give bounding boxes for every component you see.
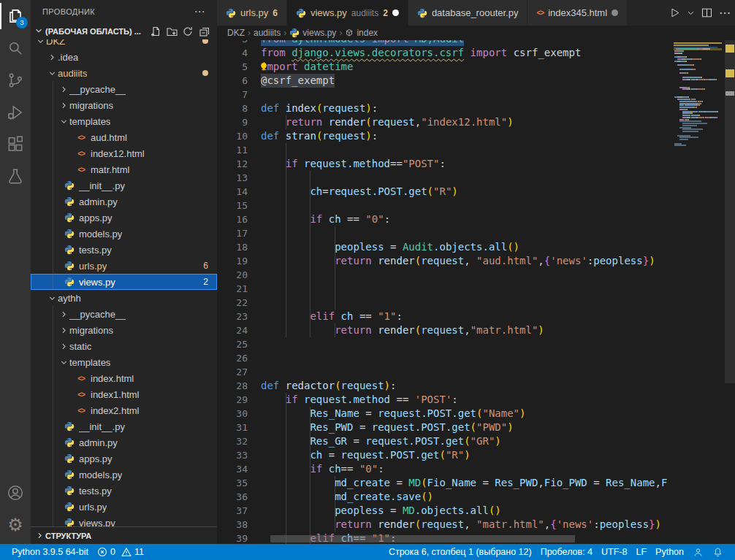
problems-status[interactable]: 0 11 (93, 544, 148, 560)
code-line-25[interactable]: 25 (217, 337, 735, 351)
tree-item-audiiits[interactable]: audiiits (31, 65, 217, 81)
code-line-36[interactable]: 36 md_create.save() (217, 490, 735, 504)
code-line-23[interactable]: 23 elif ch == "1": (217, 310, 735, 323)
outline-section-header[interactable]: СТРУКТУРА (31, 526, 217, 544)
code-line-31[interactable]: 31 Res_PWD = request.POST.get("PWD") (217, 421, 735, 434)
code-line-7[interactable]: 7 (217, 88, 735, 101)
code-line-35[interactable]: 35 md_create = MD(Fio_Name = Res_PWD,Fio… (217, 476, 735, 490)
code-line-11[interactable]: 11 (217, 143, 735, 157)
line-number[interactable]: 28 (217, 379, 248, 393)
tree-item-__init__.py[interactable]: __init__.py (31, 177, 217, 193)
code-line-20[interactable]: 20 (217, 268, 735, 282)
code-line-8[interactable]: 8def index(request): (217, 101, 735, 115)
code-line-6[interactable]: 6@csrf_exempt (217, 74, 735, 88)
line-number[interactable]: 20 (217, 268, 248, 282)
line-number[interactable]: 8 (217, 101, 248, 115)
run-file-icon[interactable] (669, 7, 681, 19)
code-line-9[interactable]: 9 return render(request,"index12.html") (217, 115, 735, 129)
line-number[interactable]: 4 (217, 46, 248, 60)
extensions-icon[interactable] (0, 129, 31, 161)
new-file-icon[interactable] (150, 26, 161, 37)
indentation-status[interactable]: Пробелов: 4 (536, 544, 597, 560)
line-number[interactable]: 19 (217, 254, 248, 268)
tree-item-__pycache__[interactable]: __pycache__ (31, 81, 217, 97)
tree-item-DKZ[interactable]: DKZ (31, 39, 217, 49)
tree-item-tests.py[interactable]: tests.py (31, 483, 217, 499)
line-number[interactable]: 37 (217, 504, 248, 518)
tab-urls.py[interactable]: urls.py6 (217, 0, 287, 26)
tree-item-views.py[interactable]: views.py (31, 515, 217, 526)
code-line-26[interactable]: 26 (217, 351, 735, 365)
tab-database_roouter.py[interactable]: database_roouter.py (408, 0, 528, 26)
code-line-30[interactable]: 30 Res_Name = request.POST.get("Name") (217, 407, 735, 421)
line-number[interactable]: 33 (217, 448, 248, 462)
tree-item-aud.html[interactable]: <>aud.html (31, 129, 217, 145)
feedback-icon[interactable] (688, 544, 708, 560)
code-line-34[interactable]: 34 if ch== "0": (217, 462, 735, 476)
horizontal-scrollbar[interactable] (270, 535, 575, 542)
code-line-24[interactable]: 24 return render(request,"matr.html") (217, 323, 735, 337)
tree-item-index2.html[interactable]: <>index2.html (31, 402, 217, 418)
code-line-27[interactable]: 27 (217, 365, 735, 379)
line-number[interactable]: 23 (217, 310, 248, 323)
code-line-12[interactable]: 12 if request.method=="POST": (217, 157, 735, 171)
tree-item-urls.py[interactable]: urls.py6 (31, 258, 217, 274)
tree-item-templates[interactable]: templates (31, 354, 217, 370)
code-line-13[interactable]: 13 (217, 171, 735, 185)
source-control-icon[interactable] (0, 64, 31, 96)
line-number[interactable]: 31 (217, 421, 248, 434)
code-line-33[interactable]: 33 ch = request.POST.get("R") (217, 448, 735, 462)
line-number[interactable]: 14 (217, 185, 248, 199)
tree-item-templates[interactable]: templates (31, 113, 217, 129)
line-number[interactable]: 32 (217, 434, 248, 448)
line-number[interactable]: 6 (217, 74, 248, 88)
tab-index345.html[interactable]: <>index345.html (528, 0, 628, 26)
line-number[interactable]: 3 (217, 40, 248, 46)
tree-item-__pycache__[interactable]: __pycache__ (31, 306, 217, 322)
split-editor-icon[interactable] (701, 7, 713, 19)
line-number[interactable]: 34 (217, 462, 248, 476)
editor-more-actions-icon[interactable]: ⋯ (719, 6, 731, 20)
line-number[interactable]: 36 (217, 490, 248, 504)
lightbulb-icon[interactable] (259, 61, 269, 75)
tree-item-apps.py[interactable]: apps.py (31, 210, 217, 226)
scrollbar-overview-ruler[interactable] (725, 40, 735, 544)
workspace-section-header[interactable]: (РАБОЧАЯ ОБЛАСТЬ) ... (31, 23, 217, 39)
code-line-14[interactable]: 14 ch=request.POST.get("R") (217, 185, 735, 199)
python-interpreter-status[interactable]: Python 3.9.5 64-bit (7, 544, 93, 560)
search-icon[interactable] (0, 32, 31, 64)
code-line-3[interactable]: 3from aythh.models import MD,Audit (217, 40, 735, 46)
line-number[interactable]: 11 (217, 143, 248, 157)
explorer-more-icon[interactable]: ⋯ (194, 5, 205, 18)
code-line-22[interactable]: 22 (217, 296, 735, 310)
line-number[interactable]: 10 (217, 129, 248, 143)
code-line-16[interactable]: 16 if ch == "0": (217, 212, 735, 226)
tree-item-admin.py[interactable]: admin.py (31, 193, 217, 210)
tree-item-matr.html[interactable]: <>matr.html (31, 161, 217, 177)
account-icon[interactable] (0, 477, 31, 509)
tree-item-static[interactable]: static (31, 338, 217, 354)
tree-item-aythh[interactable]: aythh (31, 290, 217, 306)
breadcrumb-item-audiiits[interactable]: audiiits (254, 28, 281, 38)
refresh-icon[interactable] (182, 26, 194, 37)
line-number[interactable]: 30 (217, 407, 248, 421)
tree-item-.idea[interactable]: .idea (31, 49, 217, 65)
code-line-38[interactable]: 38 return render(request, "matr.html",{'… (217, 518, 735, 532)
line-number[interactable]: 5 (217, 60, 248, 74)
line-number[interactable]: 7 (217, 88, 248, 101)
dirty-dot[interactable] (392, 9, 399, 16)
code-line-15[interactable]: 15 (217, 199, 735, 212)
tree-item-views.py[interactable]: views.py2 (31, 274, 217, 290)
code-line-37[interactable]: 37 peopless = MD.objects.all() (217, 504, 735, 518)
code-line-19[interactable]: 19 return render(request, "aud.html",{'n… (217, 254, 735, 268)
line-number[interactable]: 25 (217, 337, 248, 351)
tree-item-urls.py[interactable]: urls.py (31, 499, 217, 515)
tree-item-admin.py[interactable]: admin.py (31, 434, 217, 450)
run-debug-icon[interactable] (0, 96, 31, 129)
tree-item-migrations[interactable]: migrations (31, 97, 217, 113)
code-line-18[interactable]: 18 peopless = Audit.objects.all() (217, 240, 735, 254)
code-editor[interactable]: 3from aythh.models import MD,Audit4from … (217, 40, 735, 544)
code-line-10[interactable]: 10def stran(request): (217, 129, 735, 143)
explorer-icon[interactable]: 3 (0, 0, 31, 32)
breadcrumb-item-index[interactable]: index (345, 28, 378, 38)
